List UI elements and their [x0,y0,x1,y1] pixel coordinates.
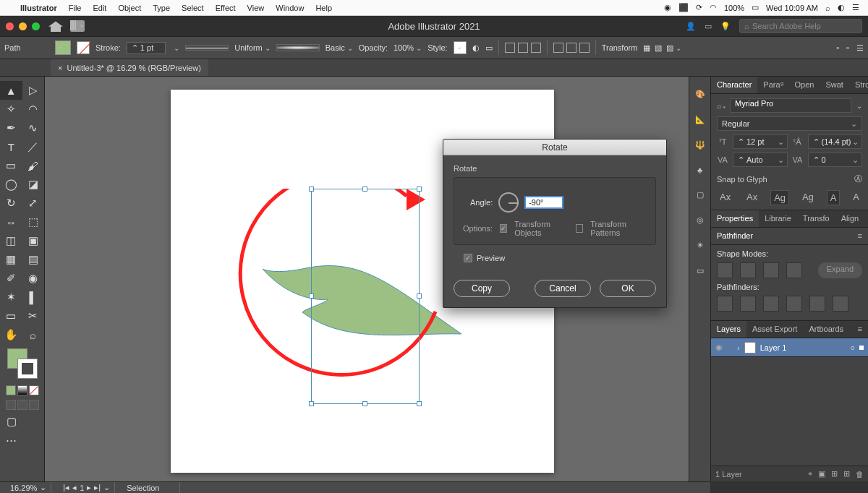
minus-front-icon[interactable] [740,262,756,278]
artboard-nav[interactable]: |◂◂1▸▸|⌄ [59,482,115,493]
snap-to-glyph-icon[interactable]: Ⓐ [854,173,862,184]
tab-paragraph[interactable]: Paraᵍ [757,77,788,93]
kerning-field[interactable]: ⌃Auto [733,153,788,167]
locate-layer-icon[interactable]: ⌖ [808,469,812,479]
artboard-tool[interactable]: ▭ [0,306,22,325]
eraser-tool[interactable]: ◪ [22,175,45,194]
group-icon[interactable]: ▧ [655,43,662,53]
transparency-panel-icon[interactable]: ▢ [697,190,704,200]
copy-button[interactable]: Copy [454,280,510,297]
snap-pixel-icon[interactable]: ▫ [836,43,839,52]
select-similar-icon[interactable]: ▨ [666,43,681,53]
zoom-level[interactable]: 16.29%⌄ [6,482,51,493]
preview-checkbox[interactable] [464,254,472,262]
transform-objects-checkbox[interactable] [500,224,507,233]
user-icon[interactable]: 👤 [686,22,696,31]
variable-width-profile[interactable] [276,44,320,51]
rotate-tool[interactable]: ↻ [0,194,22,213]
align-bottom-icon[interactable] [579,43,590,53]
preferences-icon[interactable]: ☰ [856,43,864,53]
width-tool[interactable]: ↔ [0,213,22,231]
document-tab[interactable]: × Untitled-3* @ 16.29 % (RGB/Preview) [51,59,208,76]
dropbox-icon[interactable]: ⬛ [678,3,689,12]
minus-back-icon[interactable] [833,296,848,312]
find-font-icon[interactable]: ⌕▾ [717,101,727,110]
exclude-icon[interactable] [786,262,802,278]
wifi-icon[interactable]: ◠ [710,3,717,12]
zoom-tool[interactable]: ⌕ [22,325,45,344]
fill-stroke-control[interactable] [7,348,38,379]
align-vcenter-icon[interactable] [566,43,576,53]
search-help-field[interactable]: ⌕ Search Adobe Help [739,19,862,33]
tab-opentype[interactable]: Open [789,77,820,93]
opacity-value[interactable]: 100% [393,43,422,52]
siri-icon[interactable]: ◐ [838,3,845,12]
paintbrush-tool[interactable]: 🖌 [22,156,45,175]
stroke-panel-icon[interactable]: ▭ [697,266,704,275]
handle-nw[interactable] [309,187,314,192]
stroke-color-icon[interactable] [17,359,38,379]
spotlight-icon[interactable]: ⌕ [825,4,830,12]
draw-inside-icon[interactable] [29,400,39,410]
hint-icon[interactable]: 💡 [720,22,731,31]
tab-asset-export[interactable]: Asset Export [746,321,803,338]
slice-tool[interactable]: ✂ [22,306,45,325]
menu-object[interactable]: Object [118,4,141,12]
trim-icon[interactable] [740,296,756,312]
close-icon[interactable] [6,22,14,30]
handle-ne[interactable] [417,187,422,192]
hand-tool[interactable]: ✋ [0,325,22,344]
tab-libraries[interactable]: Librarie [759,210,797,227]
glyph-opt-2[interactable]: Ax [744,190,760,205]
crop-icon[interactable] [786,296,802,312]
symbols-panel-icon[interactable]: 🔱 [695,140,705,150]
arrange-workspace-icon[interactable]: ▭ [705,22,712,31]
align-hcenter-icon[interactable] [518,43,528,53]
fullscreen-icon[interactable] [32,22,40,30]
handle-s[interactable] [362,401,367,406]
angle-input[interactable] [524,196,563,209]
app-menu[interactable]: Illustrator [20,4,57,12]
direct-selection-tool[interactable]: ▷ [22,81,45,100]
menu-window[interactable]: Window [276,4,304,12]
draw-behind-icon[interactable] [17,400,27,410]
mesh-tool[interactable]: ▦ [0,250,22,269]
glyph-opt-4[interactable]: Ag [799,190,817,205]
font-family-field[interactable]: Myriad Pro [730,98,851,113]
none-mode-icon[interactable] [29,385,39,395]
selection-bounding-box[interactable] [311,189,420,404]
minimize-icon[interactable] [19,22,27,30]
align-top-icon[interactable] [553,43,563,53]
stroke-weight-input[interactable]: ⌃1 pt [127,42,166,54]
line-tool[interactable]: ／ [22,137,45,156]
merge-icon[interactable] [763,296,779,312]
make-clipping-mask-icon[interactable]: ▣ [818,469,825,479]
style-swatch[interactable] [454,41,467,54]
cc-icon[interactable]: ◉ [664,3,671,12]
shape-isolate-icons[interactable]: ▦ ▧ ▨ [643,43,681,53]
tab-align[interactable]: Align [835,210,864,227]
tab-properties[interactable]: Properties [711,210,759,227]
appearance-panel-icon[interactable]: ◎ [697,215,704,225]
layer-name[interactable]: Layer 1 [760,343,787,352]
handle-sw[interactable] [309,401,314,406]
pen-tool[interactable]: ✒ [0,119,22,137]
color-panel-icon[interactable]: 🎨 [695,90,705,99]
tab-stroke[interactable]: Strok [849,77,868,93]
expand-layer-icon[interactable]: › [737,343,740,352]
menu-edit[interactable]: Edit [93,4,106,12]
screen-mode-icon[interactable]: ▢ [0,412,22,431]
rectangle-tool[interactable]: ▭ [0,156,22,175]
clock[interactable]: Wed 10:09 AM [766,4,818,12]
transform-patterns-checkbox[interactable] [576,224,583,233]
brush-def-label[interactable]: Basic [326,43,353,52]
unite-icon[interactable] [717,262,733,278]
layers-menu-icon[interactable]: ≡ [852,321,868,338]
handle-e[interactable] [417,293,422,299]
glyph-opt-1[interactable]: Ax [717,190,733,205]
menu-type[interactable]: Type [153,4,170,12]
menu-help[interactable]: Help [315,4,332,12]
stroke-weight-dropdown[interactable] [171,43,179,52]
font-style-field[interactable]: Regular [717,116,862,131]
valign-buttons[interactable] [553,43,590,53]
